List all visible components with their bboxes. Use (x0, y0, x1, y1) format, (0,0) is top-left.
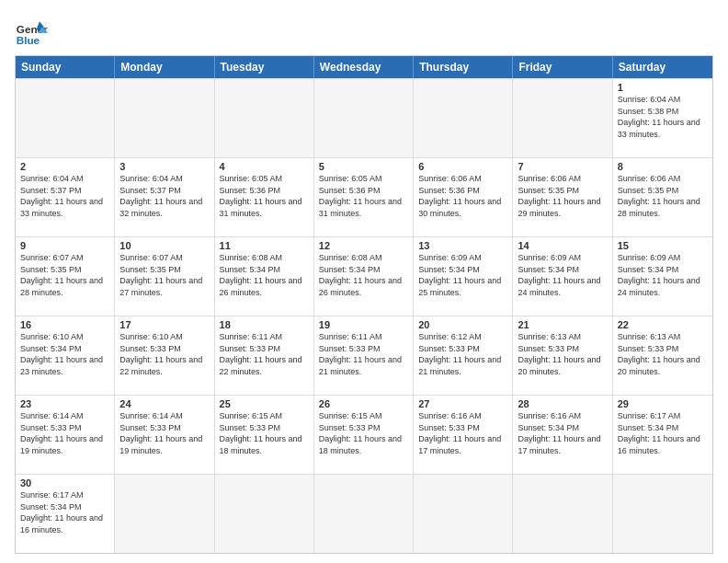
logo: General Blue (15, 15, 48, 48)
day-number: 30 (20, 477, 109, 488)
calendar-body: 1Sunrise: 6:04 AM Sunset: 5:38 PM Daylig… (16, 78, 712, 553)
calendar-row: 1Sunrise: 6:04 AM Sunset: 5:38 PM Daylig… (16, 78, 712, 157)
calendar-row: 30Sunrise: 6:17 AM Sunset: 5:34 PM Dayli… (16, 474, 712, 553)
day-number: 21 (518, 319, 607, 330)
calendar-cell: 26Sunrise: 6:15 AM Sunset: 5:33 PM Dayli… (314, 396, 414, 474)
cell-info: Sunrise: 6:17 AM Sunset: 5:34 PM Dayligh… (618, 410, 708, 456)
calendar-cell: 6Sunrise: 6:06 AM Sunset: 5:36 PM Daylig… (414, 158, 513, 236)
calendar-cell: 8Sunrise: 6:06 AM Sunset: 5:35 PM Daylig… (613, 158, 712, 236)
cell-info: Sunrise: 6:14 AM Sunset: 5:33 PM Dayligh… (20, 410, 109, 456)
calendar-header-cell: Friday (513, 56, 612, 78)
calendar-cell: 7Sunrise: 6:06 AM Sunset: 5:35 PM Daylig… (513, 158, 612, 236)
calendar-header: SundayMondayTuesdayWednesdayThursdayFrid… (16, 56, 712, 78)
cell-info: Sunrise: 6:09 AM Sunset: 5:34 PM Dayligh… (518, 252, 607, 298)
calendar-cell: 29Sunrise: 6:17 AM Sunset: 5:34 PM Dayli… (613, 396, 712, 474)
calendar-cell: 5Sunrise: 6:05 AM Sunset: 5:36 PM Daylig… (314, 158, 414, 236)
calendar-cell (513, 475, 612, 553)
day-number: 27 (418, 398, 507, 409)
cell-info: Sunrise: 6:13 AM Sunset: 5:33 PM Dayligh… (618, 331, 708, 377)
cell-info: Sunrise: 6:06 AM Sunset: 5:36 PM Dayligh… (418, 173, 507, 219)
calendar-header-cell: Saturday (613, 56, 712, 78)
day-number: 10 (119, 240, 209, 251)
calendar-cell: 12Sunrise: 6:08 AM Sunset: 5:34 PM Dayli… (314, 237, 414, 316)
day-number: 22 (618, 319, 708, 330)
calendar-cell (314, 79, 414, 157)
calendar-cell: 25Sunrise: 6:15 AM Sunset: 5:33 PM Dayli… (215, 396, 314, 474)
calendar-cell (513, 79, 612, 157)
calendar-cell: 4Sunrise: 6:05 AM Sunset: 5:36 PM Daylig… (215, 158, 314, 236)
calendar-header-cell: Monday (115, 56, 214, 78)
calendar-cell: 11Sunrise: 6:08 AM Sunset: 5:34 PM Dayli… (215, 237, 314, 316)
day-number: 23 (20, 398, 109, 409)
cell-info: Sunrise: 6:04 AM Sunset: 5:37 PM Dayligh… (20, 173, 109, 219)
day-number: 15 (618, 240, 708, 251)
day-number: 17 (119, 319, 209, 330)
day-number: 7 (518, 161, 607, 172)
calendar-cell: 10Sunrise: 6:07 AM Sunset: 5:35 PM Dayli… (115, 237, 214, 316)
day-number: 11 (220, 240, 309, 251)
cell-info: Sunrise: 6:11 AM Sunset: 5:33 PM Dayligh… (319, 331, 408, 377)
cell-info: Sunrise: 6:16 AM Sunset: 5:33 PM Dayligh… (418, 410, 507, 456)
calendar-row: 16Sunrise: 6:10 AM Sunset: 5:34 PM Dayli… (16, 316, 712, 395)
day-number: 28 (518, 398, 607, 409)
calendar-cell: 3Sunrise: 6:04 AM Sunset: 5:37 PM Daylig… (115, 158, 214, 236)
calendar-header-cell: Tuesday (215, 56, 314, 78)
cell-info: Sunrise: 6:06 AM Sunset: 5:35 PM Dayligh… (618, 173, 708, 219)
cell-info: Sunrise: 6:15 AM Sunset: 5:33 PM Dayligh… (220, 410, 309, 456)
day-number: 13 (418, 240, 507, 251)
calendar-header-cell: Sunday (16, 56, 115, 78)
calendar-cell: 13Sunrise: 6:09 AM Sunset: 5:34 PM Dayli… (414, 237, 513, 316)
cell-info: Sunrise: 6:05 AM Sunset: 5:36 PM Dayligh… (319, 173, 408, 219)
day-number: 12 (319, 240, 408, 251)
cell-info: Sunrise: 6:10 AM Sunset: 5:33 PM Dayligh… (119, 331, 209, 377)
calendar-cell: 30Sunrise: 6:17 AM Sunset: 5:34 PM Dayli… (16, 475, 115, 553)
cell-info: Sunrise: 6:17 AM Sunset: 5:34 PM Dayligh… (20, 489, 109, 535)
calendar-cell (115, 475, 214, 553)
cell-info: Sunrise: 6:09 AM Sunset: 5:34 PM Dayligh… (418, 252, 507, 298)
calendar-row: 23Sunrise: 6:14 AM Sunset: 5:33 PM Dayli… (16, 395, 712, 474)
calendar-cell: 2Sunrise: 6:04 AM Sunset: 5:37 PM Daylig… (16, 158, 115, 236)
calendar-cell: 18Sunrise: 6:11 AM Sunset: 5:33 PM Dayli… (215, 316, 314, 395)
cell-info: Sunrise: 6:04 AM Sunset: 5:38 PM Dayligh… (618, 94, 708, 140)
calendar: SundayMondayTuesdayWednesdayThursdayFrid… (15, 55, 713, 554)
svg-text:Blue: Blue (17, 34, 40, 46)
calendar-cell: 27Sunrise: 6:16 AM Sunset: 5:33 PM Dayli… (414, 396, 513, 474)
cell-info: Sunrise: 6:05 AM Sunset: 5:36 PM Dayligh… (220, 173, 309, 219)
cell-info: Sunrise: 6:06 AM Sunset: 5:35 PM Dayligh… (518, 173, 607, 219)
calendar-row: 9Sunrise: 6:07 AM Sunset: 5:35 PM Daylig… (16, 236, 712, 316)
day-number: 4 (220, 161, 309, 172)
calendar-cell (16, 79, 115, 157)
day-number: 9 (20, 240, 109, 251)
day-number: 1 (618, 82, 708, 93)
cell-info: Sunrise: 6:14 AM Sunset: 5:33 PM Dayligh… (119, 410, 209, 456)
cell-info: Sunrise: 6:16 AM Sunset: 5:34 PM Dayligh… (518, 410, 607, 456)
calendar-cell (414, 79, 513, 157)
cell-info: Sunrise: 6:04 AM Sunset: 5:37 PM Dayligh… (119, 173, 209, 219)
page: General Blue SundayMondayTuesdayWednesda… (0, 0, 728, 563)
cell-info: Sunrise: 6:12 AM Sunset: 5:33 PM Dayligh… (418, 331, 507, 377)
calendar-cell: 16Sunrise: 6:10 AM Sunset: 5:34 PM Dayli… (16, 316, 115, 395)
day-number: 2 (20, 161, 109, 172)
header: General Blue (15, 15, 713, 48)
cell-info: Sunrise: 6:10 AM Sunset: 5:34 PM Dayligh… (20, 331, 109, 377)
day-number: 18 (220, 319, 309, 330)
calendar-cell (613, 475, 712, 553)
calendar-cell: 21Sunrise: 6:13 AM Sunset: 5:33 PM Dayli… (513, 316, 612, 395)
calendar-cell (115, 79, 214, 157)
calendar-cell: 20Sunrise: 6:12 AM Sunset: 5:33 PM Dayli… (414, 316, 513, 395)
calendar-cell: 22Sunrise: 6:13 AM Sunset: 5:33 PM Dayli… (613, 316, 712, 395)
calendar-cell (414, 475, 513, 553)
day-number: 16 (20, 319, 109, 330)
cell-info: Sunrise: 6:09 AM Sunset: 5:34 PM Dayligh… (618, 252, 708, 298)
calendar-cell: 17Sunrise: 6:10 AM Sunset: 5:33 PM Dayli… (115, 316, 214, 395)
calendar-cell: 28Sunrise: 6:16 AM Sunset: 5:34 PM Dayli… (513, 396, 612, 474)
day-number: 3 (119, 161, 209, 172)
calendar-header-cell: Thursday (414, 56, 513, 78)
cell-info: Sunrise: 6:15 AM Sunset: 5:33 PM Dayligh… (319, 410, 408, 456)
calendar-cell: 14Sunrise: 6:09 AM Sunset: 5:34 PM Dayli… (513, 237, 612, 316)
cell-info: Sunrise: 6:08 AM Sunset: 5:34 PM Dayligh… (319, 252, 408, 298)
day-number: 24 (119, 398, 209, 409)
calendar-header-cell: Wednesday (314, 56, 414, 78)
day-number: 14 (518, 240, 607, 251)
calendar-cell: 1Sunrise: 6:04 AM Sunset: 5:38 PM Daylig… (613, 79, 712, 157)
